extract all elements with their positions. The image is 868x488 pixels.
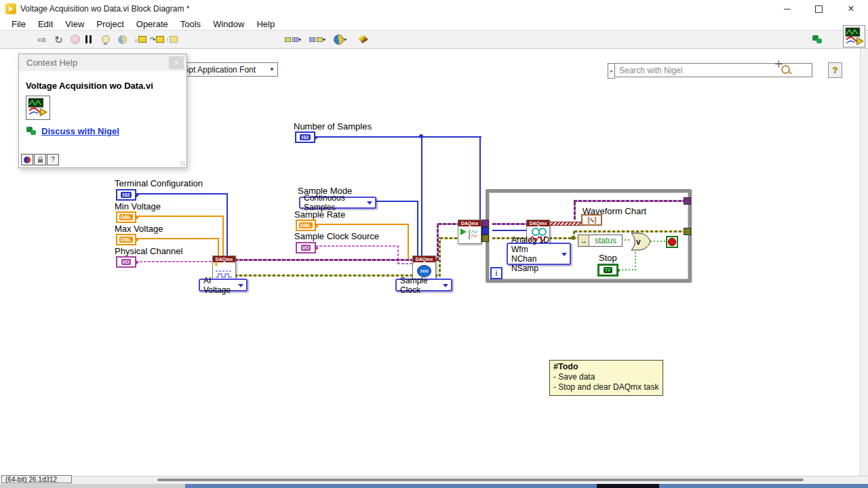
vi-icon-badge[interactable]: [843, 25, 865, 47]
run-continuous-button[interactable]: ↻: [54, 33, 63, 46]
sample-clock-source-terminal[interactable]: I/O: [296, 242, 316, 253]
wire-sample-mode[interactable]: [417, 201, 418, 256]
or-gate[interactable]: v: [630, 232, 651, 251]
unbundle-status-node[interactable]: → status: [578, 235, 623, 247]
lightbulb-icon: [102, 35, 110, 43]
context-help-close-button[interactable]: ×: [169, 56, 184, 69]
wire-min-voltage[interactable]: [222, 216, 224, 256]
wire-sample-clock-source[interactable]: [397, 245, 399, 264]
stop-terminal[interactable]: TF: [597, 264, 618, 277]
nigel-chat-button[interactable]: [812, 33, 823, 46]
menu-help[interactable]: Help: [250, 19, 281, 29]
step-over-button[interactable]: ↷: [150, 33, 164, 46]
tunnel-error-in[interactable]: [481, 235, 489, 242]
wire-daqmx-task[interactable]: [438, 223, 458, 225]
taskbar-strip: [597, 484, 659, 488]
horizontal-scrollbar[interactable]: [157, 479, 804, 481]
resize-objects-button[interactable]: ▾: [334, 33, 347, 46]
wire-error[interactable]: [439, 237, 441, 277]
max-voltage-terminal[interactable]: DBL: [116, 234, 136, 245]
tunnel-error-out[interactable]: [684, 228, 691, 235]
sample-rate-terminal[interactable]: DBL: [296, 220, 316, 231]
sample-clock-source-label: Sample Clock Source: [294, 231, 379, 241]
distribute-objects-button[interactable]: ▾: [309, 33, 326, 46]
pause-button[interactable]: [85, 33, 92, 46]
step-out-button[interactable]: ↑: [165, 33, 178, 46]
retain-wire-values-button[interactable]: [118, 33, 127, 46]
physical-channel-terminal[interactable]: I/O: [116, 256, 136, 268]
wire-number-of-samples[interactable]: [315, 136, 481, 138]
version-indicator: (64-bit) 26.1d312: [1, 475, 72, 483]
loop-condition-terminal[interactable]: [666, 236, 678, 248]
menu-operate[interactable]: Operate: [130, 19, 174, 29]
tunnel-task-out[interactable]: [684, 197, 691, 205]
sticky-note[interactable]: #Todo - Save data - Stop and clear DAQmx…: [549, 360, 663, 396]
menu-file[interactable]: File: [5, 19, 32, 29]
unbundle-arrow-icon: →: [578, 235, 589, 246]
wire-max-voltage[interactable]: [136, 238, 219, 239]
wire-terminal-configuration[interactable]: [136, 193, 228, 195]
maximize-button[interactable]: [807, 0, 830, 18]
create-channel-selector[interactable]: AI Voltage: [199, 279, 248, 291]
lock-icon: [38, 159, 43, 163]
question-icon: ?: [51, 156, 55, 163]
wire-sample-rate[interactable]: [408, 224, 409, 259]
run-continuous-icon: ↻: [54, 35, 63, 45]
wire-physical-channel[interactable]: [136, 261, 213, 262]
wire-sample-clock-source[interactable]: [397, 263, 413, 264]
wire-error[interactable]: [235, 274, 413, 277]
context-help-vi-icon: [26, 96, 50, 120]
cleanup-diagram-button[interactable]: [358, 33, 368, 46]
read-selector[interactable]: Analog 1D Wfm NChan NSamp: [507, 243, 571, 265]
menu-edit[interactable]: Edit: [32, 19, 59, 29]
discuss-with-nigel-link[interactable]: Discuss with Nigel: [41, 126, 119, 136]
context-help-toggle-button[interactable]: ?: [828, 62, 842, 78]
wire-sample-clock-source[interactable]: [315, 245, 399, 247]
wire-daqmx-task[interactable]: [235, 259, 413, 261]
wire-error[interactable]: [440, 237, 458, 239]
wire-max-voltage[interactable]: [218, 238, 219, 256]
wire-number-of-samples[interactable]: [421, 136, 422, 258]
context-help-titlebar[interactable]: Context Help ×: [19, 54, 186, 71]
menu-tools[interactable]: Tools: [174, 19, 207, 29]
number-of-samples-label: Number of Samples: [294, 121, 372, 131]
wire-min-voltage[interactable]: [136, 216, 224, 217]
wire-terminal-configuration[interactable]: [226, 193, 228, 256]
menu-view[interactable]: View: [59, 19, 90, 29]
highlight-execution-button[interactable]: [102, 33, 110, 46]
menu-project[interactable]: Project: [90, 19, 130, 29]
wire-sample-rate[interactable]: [315, 224, 409, 225]
abort-button[interactable]: [71, 33, 80, 46]
sticky-note-title: #Todo: [553, 362, 578, 371]
tunnel-samples-in[interactable]: [481, 227, 489, 235]
retain-wire-values-icon: [118, 35, 127, 44]
context-help-window: Context Help × Voltage Acquisition wo Da…: [18, 54, 187, 168]
vertical-scrollbar[interactable]: [860, 49, 868, 476]
resize-objects-icon: [334, 35, 344, 45]
font-selector[interactable]: 15pt Application Font▼: [175, 62, 278, 77]
iteration-terminal[interactable]: i: [490, 267, 502, 279]
daqmx-start-task-node[interactable]: DAQmx: [458, 220, 481, 244]
sticky-note-line: - Save data: [553, 372, 595, 382]
lock-help-button[interactable]: [34, 154, 46, 165]
waveform-chart-terminal[interactable]: [∿]: [581, 214, 602, 226]
run-button[interactable]: ⇨: [38, 33, 47, 46]
terminal-configuration-terminal[interactable]: I32: [116, 189, 136, 201]
show-terminals-button[interactable]: [21, 154, 33, 165]
close-button[interactable]: ×: [840, 0, 863, 18]
min-voltage-terminal[interactable]: DBL: [116, 211, 136, 223]
number-of-samples-terminal[interactable]: I32: [295, 131, 315, 143]
sample-mode-dropdown[interactable]: Continuous Samples: [299, 197, 376, 209]
timing-selector[interactable]: Sample Clock: [395, 279, 452, 291]
wire-sample-mode[interactable]: [376, 201, 418, 202]
resize-grip[interactable]: [180, 161, 185, 166]
menu-window[interactable]: Window: [207, 19, 250, 29]
wire-number-of-samples[interactable]: [479, 136, 481, 231]
taskbar-strip: [185, 484, 597, 488]
align-objects-button[interactable]: ▾: [285, 33, 301, 46]
tunnel-task-in[interactable]: [481, 220, 489, 227]
minimize-button[interactable]: [776, 0, 799, 18]
detailed-help-button[interactable]: ?: [47, 154, 59, 165]
step-into-button[interactable]: ↓: [134, 33, 146, 46]
chat-icon: [812, 35, 823, 44]
